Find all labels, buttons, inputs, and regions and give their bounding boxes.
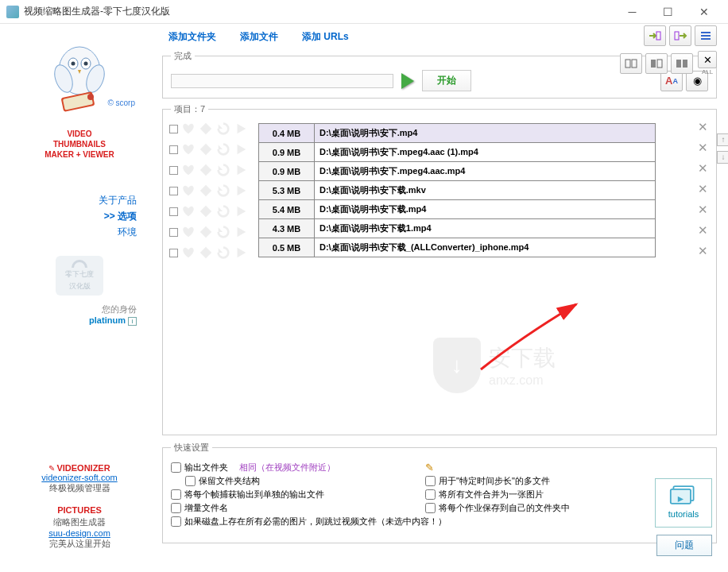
out-folder-checkbox[interactable] xyxy=(171,462,181,473)
file-path: D:\桌面\说明书\安下载.mkv xyxy=(315,181,656,200)
row-checkbox[interactable] xyxy=(169,125,178,133)
table-row[interactable]: 0.4 MBD:\桌面\说明书\安下.mp4 xyxy=(259,124,656,143)
delete-row-button[interactable]: ✕ xyxy=(698,161,708,176)
pencil-icon[interactable]: ✎ xyxy=(425,462,434,473)
timestep-checkbox[interactable] xyxy=(425,476,436,486)
keep-struct-checkbox[interactable] xyxy=(185,476,196,486)
svg-rect-22 xyxy=(671,489,691,504)
minimize-button[interactable]: ─ xyxy=(614,0,650,24)
file-size: 5.4 MB xyxy=(259,200,315,219)
window-title: 视频缩略图生成器-零下七度汉化版 xyxy=(24,5,614,18)
file-size: 0.5 MB xyxy=(259,238,315,257)
row-checkbox[interactable] xyxy=(169,249,178,257)
table-row[interactable]: 5.4 MBD:\桌面\说明书\安下载.mp4 xyxy=(259,200,656,219)
info-icon[interactable]: i xyxy=(128,317,137,326)
play-row-icon[interactable] xyxy=(234,142,248,157)
refresh-icon[interactable] xyxy=(216,163,230,177)
suu-design-link[interactable]: suu-design.com xyxy=(41,528,117,538)
videonizer-link[interactable]: videonizer-soft.com xyxy=(41,473,117,482)
heart-icon[interactable] xyxy=(181,142,196,157)
file-path: D:\桌面\说明书\安下.mpeg4.aac.mp4 xyxy=(315,162,656,181)
heart-icon[interactable] xyxy=(181,184,196,198)
delete-row-button[interactable]: ✕ xyxy=(698,203,708,217)
heart-icon[interactable] xyxy=(181,225,196,239)
diamond-icon[interactable] xyxy=(199,184,213,198)
add-urls-link[interactable]: 添加 URLs xyxy=(302,30,349,44)
row-checkbox[interactable] xyxy=(169,228,178,237)
delete-row-button[interactable]: ✕ xyxy=(698,223,708,238)
refresh-icon[interactable] xyxy=(216,184,230,198)
select-mode-3[interactable] xyxy=(671,53,693,74)
scroll-down-button[interactable]: ↓ xyxy=(717,151,728,164)
play-row-icon[interactable] xyxy=(234,122,248,136)
refresh-icon[interactable] xyxy=(216,245,230,260)
row-checkbox[interactable] xyxy=(169,166,178,175)
play-row-icon[interactable] xyxy=(234,245,248,260)
menu-options[interactable]: >> 选项 xyxy=(8,210,137,223)
close-button[interactable]: ✕ xyxy=(686,0,722,24)
heart-icon[interactable] xyxy=(181,204,196,218)
row-actions xyxy=(169,163,248,177)
each-frame-checkbox[interactable] xyxy=(171,489,181,500)
row-checkbox[interactable] xyxy=(169,187,178,195)
save-each-checkbox[interactable] xyxy=(425,503,436,513)
merge-all-checkbox[interactable] xyxy=(425,489,436,500)
watermark: ↓ 安下载anxz.com xyxy=(433,338,556,393)
export-button[interactable] xyxy=(669,25,691,46)
heart-icon[interactable] xyxy=(181,245,196,260)
owl-logo: © scorp xyxy=(40,35,119,114)
play-row-icon[interactable] xyxy=(234,225,248,239)
select-mode-2[interactable] xyxy=(645,53,668,74)
svg-point-3 xyxy=(72,62,76,66)
start-button[interactable]: 开始 xyxy=(422,70,471,91)
svg-rect-16 xyxy=(632,60,637,68)
play-row-icon[interactable] xyxy=(234,163,248,177)
delete-row-button[interactable]: ✕ xyxy=(698,182,708,196)
add-file-link[interactable]: 添加文件 xyxy=(240,30,278,44)
question-button[interactable]: 问题 xyxy=(656,535,712,556)
diamond-icon[interactable] xyxy=(199,142,213,157)
refresh-icon[interactable] xyxy=(216,142,230,157)
menu-env[interactable]: 环境 xyxy=(8,226,137,239)
play-icon[interactable] xyxy=(401,73,414,89)
delete-row-button[interactable]: ✕ xyxy=(698,141,708,155)
diamond-icon[interactable] xyxy=(199,122,213,136)
diamond-icon[interactable] xyxy=(199,163,213,177)
import-button[interactable] xyxy=(644,25,666,46)
menu-about[interactable]: 关于产品 xyxy=(8,194,137,207)
table-row[interactable]: 0.9 MBD:\桌面\说明书\安下.mpeg4.aac.mp4 xyxy=(259,162,656,181)
scroll-up-button[interactable]: ↑ xyxy=(717,133,728,146)
row-checkbox[interactable] xyxy=(169,145,178,154)
diamond-icon[interactable] xyxy=(199,245,213,260)
refresh-icon[interactable] xyxy=(216,204,230,218)
heart-icon[interactable] xyxy=(181,163,196,177)
table-row[interactable]: 0.5 MBD:\桌面\说明书\安下载_(ALLConverter)_iphon… xyxy=(259,238,656,257)
skip-if-checkbox[interactable] xyxy=(171,516,181,527)
svg-rect-17 xyxy=(651,60,656,68)
select-mode-1[interactable] xyxy=(620,53,642,74)
inc-name-checkbox[interactable] xyxy=(171,503,181,513)
diamond-icon[interactable] xyxy=(199,204,213,218)
row-actions xyxy=(169,245,248,260)
clear-all-button[interactable]: ✕ xyxy=(698,51,717,68)
file-size: 0.9 MB xyxy=(259,162,315,181)
delete-row-button[interactable]: ✕ xyxy=(698,120,708,134)
row-checkbox[interactable] xyxy=(169,207,178,216)
file-path: D:\桌面\说明书\安下载.mp4 xyxy=(315,200,656,219)
svg-rect-19 xyxy=(676,60,681,68)
tutorials-button[interactable]: tutorials xyxy=(655,478,712,528)
list-button[interactable] xyxy=(695,25,717,46)
maximize-button[interactable]: ☐ xyxy=(650,0,686,24)
heart-icon[interactable] xyxy=(181,122,196,136)
play-row-icon[interactable] xyxy=(234,184,248,198)
diamond-icon[interactable] xyxy=(199,225,213,239)
refresh-icon[interactable] xyxy=(216,225,230,239)
delete-row-button[interactable]: ✕ xyxy=(698,244,708,258)
app-name: VIDEOTHUMBNAILSMAKER + VIEWER xyxy=(45,129,114,160)
add-folder-link[interactable]: 添加文件夹 xyxy=(168,30,216,44)
table-row[interactable]: 0.9 MBD:\桌面\说明书\安下.mpeg4.aac (1).mp4 xyxy=(259,143,656,162)
table-row[interactable]: 4.3 MBD:\桌面\说明书\安下载1.mp4 xyxy=(259,219,656,238)
play-row-icon[interactable] xyxy=(234,204,248,218)
refresh-icon[interactable] xyxy=(216,122,230,136)
table-row[interactable]: 5.3 MBD:\桌面\说明书\安下载.mkv xyxy=(259,181,656,200)
